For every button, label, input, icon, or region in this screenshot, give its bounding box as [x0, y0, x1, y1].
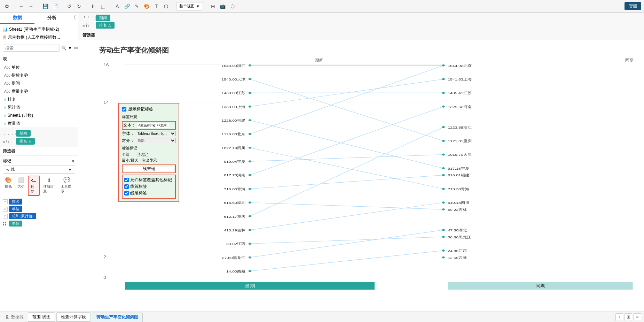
table-section-label: 表: [0, 55, 78, 63]
field-unit[interactable]: Abc 单位: [0, 63, 78, 71]
show-label-checkbox[interactable]: [122, 107, 126, 112]
view-dropdown[interactable]: 整个视图 ▼: [176, 2, 203, 10]
tab-data[interactable]: 数据: [0, 13, 34, 24]
font-select[interactable]: Tableau Book, 9p...: [136, 131, 176, 136]
svg-text:16: 16: [103, 63, 109, 67]
pause-icon[interactable]: ⏸: [89, 2, 97, 10]
opt1-checkbox[interactable]: [124, 178, 129, 182]
undo-icon[interactable]: ↺: [65, 2, 73, 10]
highlight-icon[interactable]: A̲: [113, 2, 121, 10]
forward-icon[interactable]: →: [27, 2, 35, 10]
field-period[interactable]: Abc 期间: [0, 79, 78, 87]
svg-text:1121.31重庆: 1121.31重庆: [448, 139, 472, 143]
mark-pill-cumval[interactable]: 总和(累计值): [9, 213, 36, 219]
redo-icon[interactable]: ↻: [75, 2, 83, 10]
all-label[interactable]: 全部: [122, 152, 129, 157]
link-icon[interactable]: 🔗: [123, 2, 131, 10]
tab-range-line[interactable]: 范围-线图: [28, 312, 55, 322]
tab-analysis[interactable]: 分析: [34, 13, 69, 24]
duplicate-sheet-icon[interactable]: ⊞: [625, 313, 632, 321]
shelf-row-pill[interactable]: 排名 △: [16, 138, 35, 145]
opt3-checkbox[interactable]: [124, 191, 129, 196]
mark-btn-color[interactable]: 🎨 颜色: [3, 176, 14, 196]
line-end-input[interactable]: [124, 167, 174, 171]
share-icon[interactable]: ⬡: [162, 2, 170, 10]
datasource-tab[interactable]: 🗄 数据源: [3, 313, 26, 321]
sheet-list-icon[interactable]: ≡: [634, 313, 641, 321]
filter-icon[interactable]: ▼: [68, 46, 72, 51]
svg-point-50: [442, 201, 445, 204]
tab-slope-chart[interactable]: 劳动生产率变化倾斜图: [92, 313, 143, 322]
hash-icon-count: #: [4, 114, 6, 117]
center-col-pill[interactable]: 期间: [96, 15, 110, 21]
svg-point-41: [442, 78, 445, 80]
selected-label[interactable]: 已选定: [136, 152, 148, 157]
sep1: [14, 3, 14, 10]
smart-button[interactable]: 智能: [625, 2, 641, 10]
field-measure-name[interactable]: Abc 度量名称: [0, 87, 78, 95]
field-label-indicator: 指标名称: [11, 72, 28, 78]
abc-icon-measure-name: Abc: [4, 90, 10, 93]
mark-pill-unit[interactable]: 单位: [9, 206, 22, 212]
svg-text:614.50湖北: 614.50湖北: [224, 201, 245, 205]
add-sheet-icon[interactable]: +: [615, 313, 623, 321]
opt2-checkbox[interactable]: [124, 184, 129, 189]
tab-check-calc[interactable]: 检查计算字段: [56, 312, 91, 322]
color-icon[interactable]: 🎨: [142, 2, 151, 10]
svg-point-26: [249, 92, 251, 94]
show-label2[interactable]: 突出显示: [142, 158, 157, 163]
align-select[interactable]: 自动: [136, 138, 176, 143]
field-cumval[interactable]: # 累计值: [0, 104, 78, 112]
mark-pill-unit2[interactable]: 单位: [9, 221, 22, 227]
view-text-icon[interactable]: T: [152, 2, 160, 10]
table-icon[interactable]: ⊞: [209, 2, 217, 10]
svg-point-52: [442, 229, 445, 231]
mark-field-unit[interactable]: □ 单位: [3, 205, 75, 213]
mark-pill-rank[interactable]: 排名: [9, 199, 22, 205]
save-icon[interactable]: 💾: [41, 2, 49, 10]
datasource-sheet1[interactable]: 📊 Sheet1 (劳动生产率指标-2): [3, 25, 75, 33]
sep4: [86, 3, 86, 10]
annotate-icon[interactable]: ✎: [133, 2, 141, 10]
center-col-row: ⋮⋮⋮ 列 期间: [83, 15, 640, 21]
mark-btn-detail[interactable]: ℹ 详细信息: [41, 176, 57, 196]
marks-collapse[interactable]: ▼: [71, 159, 75, 164]
text-edit-btn[interactable]: ⋯: [171, 123, 174, 128]
toolbar: ✿ ← → 💾 📄 ↺ ↻ ⏸ ⬚ A̲ 🔗 ✎ 🎨 T ⬡ 整个视图 ▼ ⊞ …: [0, 0, 644, 13]
svg-line-14: [250, 148, 443, 189]
field-count[interactable]: # Sheet1 (计数): [0, 112, 78, 120]
left-panel: 数据 分析 《 📊 Sheet1 (劳动生产率指标-2) 🗄 示例数据 (人工坐…: [0, 13, 78, 312]
sort-icon[interactable]: ≡≡: [73, 46, 78, 51]
svg-text:47.50湖北: 47.50湖北: [448, 228, 467, 232]
mark-btn-label[interactable]: 🏷 标签: [28, 176, 40, 196]
datasource-sample[interactable]: 🗄 示例数据 (人工坐席接听数...: [3, 33, 75, 41]
network-icon[interactable]: ⬡: [228, 2, 237, 10]
svg-line-20: [250, 202, 443, 230]
minmax-label[interactable]: 最小/最大: [122, 158, 138, 163]
present-icon[interactable]: 📺: [219, 2, 227, 10]
mark-field-rank[interactable]: ≡ 排名: [3, 198, 75, 205]
shelf-col-pill[interactable]: 期间: [16, 130, 31, 137]
mark-field-unit2[interactable]: 单位: [3, 220, 75, 227]
field-measure-val[interactable]: # 度量值: [0, 120, 78, 128]
col-grid-icon: ⋮⋮⋮: [83, 16, 94, 20]
svg-point-54: [442, 250, 445, 252]
mark-btn-size[interactable]: ⬜ 大小: [15, 176, 26, 196]
marks-type[interactable]: ∿ 线 ▼: [3, 166, 75, 174]
mark-field-cumval[interactable]: □ 总和(累计值): [3, 213, 75, 220]
new-icon[interactable]: 📄: [51, 2, 59, 10]
svg-point-33: [249, 188, 251, 190]
collapse-left-btn[interactable]: 《: [69, 13, 78, 24]
svg-text:1223.58浙江: 1223.58浙江: [448, 125, 472, 129]
field-label-measure-val: 度量值: [8, 121, 20, 127]
search-input[interactable]: [3, 45, 60, 52]
field-rank[interactable]: # 排名: [0, 95, 78, 104]
center-row-pill[interactable]: 排名 △: [96, 22, 115, 29]
svg-text:同期: 同期: [535, 284, 545, 288]
mark-btn-tooltip[interactable]: 💬 工具提示: [59, 176, 75, 196]
field-indicator[interactable]: Abc 指标名称: [0, 71, 78, 79]
options-section: 允许标签覆盖其他标记 线首标签 线尾标签: [122, 175, 176, 199]
svg-point-55: [442, 256, 445, 259]
back-icon[interactable]: ←: [17, 2, 25, 10]
format-icon[interactable]: ⬚: [99, 2, 107, 10]
